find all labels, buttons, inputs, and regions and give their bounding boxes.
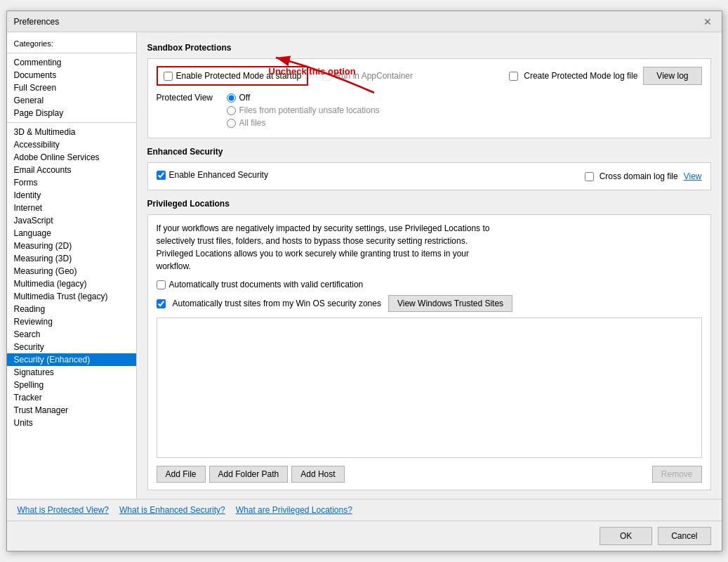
protected-view-link[interactable]: What is Protected View?	[18, 505, 110, 515]
sidebar-divider-2	[7, 122, 136, 123]
main-content: Sandbox Protections Enable Protected Mod…	[137, 32, 722, 499]
add-folder-button[interactable]: Add Folder Path	[209, 466, 289, 483]
sidebar-item-multimediatrust[interactable]: Multimedia Trust (legacy)	[7, 290, 136, 303]
cross-domain-row: Cross domain log file View	[585, 171, 702, 181]
sidebar-item-general[interactable]: General	[7, 94, 136, 107]
sidebar: Categories: Commenting Documents Full Sc…	[7, 32, 137, 499]
protected-view-all-radio[interactable]	[227, 119, 236, 128]
view-trusted-sites-button[interactable]: View Windows Trusted Sites	[388, 295, 512, 312]
enhanced-row: Enable Enhanced Security Cross domain lo…	[157, 170, 702, 183]
auto-trust-certs-checkbox[interactable]	[157, 280, 166, 289]
sidebar-item-search[interactable]: Search	[7, 328, 136, 341]
uncheck-annotation: Uncheck this option	[269, 66, 356, 77]
remove-button[interactable]: Remove	[652, 466, 702, 483]
protected-view-unsafe-radio[interactable]	[227, 106, 236, 115]
view-enhanced-button[interactable]: View	[684, 171, 702, 181]
sidebar-item-fullscreen[interactable]: Full Screen	[7, 81, 136, 94]
dialog-title: Preferences	[14, 17, 60, 27]
auto-trust-certs-row: Automatically trust documents with valid…	[157, 280, 702, 289]
add-buttons-row: Add File Add Folder Path Add Host Remove	[157, 466, 702, 483]
sidebar-item-security[interactable]: Security	[7, 341, 136, 353]
sidebar-item-commenting[interactable]: Commenting	[7, 56, 136, 69]
sidebar-item-spelling[interactable]: Spelling	[7, 379, 136, 391]
protected-view-unsafe-label[interactable]: Files from potentially unsafe locations	[239, 105, 380, 115]
sidebar-item-forms[interactable]: Forms	[7, 176, 136, 189]
sidebar-item-emailaccounts[interactable]: Email Accounts	[7, 164, 136, 176]
sidebar-item-pagedisplay[interactable]: Page Display	[7, 107, 136, 119]
auto-trust-sites-label[interactable]: Automatically trust sites from my Win OS…	[173, 299, 381, 308]
protected-view-section: Protected View Off Files from potentiall…	[157, 93, 702, 131]
auto-trust-certs-label[interactable]: Automatically trust documents with valid…	[169, 280, 364, 289]
sidebar-item-reviewing[interactable]: Reviewing	[7, 315, 136, 328]
privileged-title: Privileged Locations	[147, 199, 711, 209]
privileged-box: If your workflows are negatively impacte…	[147, 214, 711, 490]
log-controls: Create Protected Mode log file View log	[509, 67, 701, 85]
sidebar-item-units[interactable]: Units	[7, 417, 136, 429]
sidebar-item-javascript[interactable]: JavaScript	[7, 214, 136, 227]
create-log-label: Create Protected Mode log file	[524, 71, 637, 81]
enable-enhanced-checkbox[interactable]	[157, 171, 166, 180]
sidebar-item-measuring2d[interactable]: Measuring (2D)	[7, 240, 136, 252]
sidebar-item-measuring3d[interactable]: Measuring (3D)	[7, 252, 136, 265]
cancel-button[interactable]: Cancel	[658, 527, 710, 545]
locations-textarea[interactable]	[157, 318, 702, 458]
sidebar-item-multimedialegacy[interactable]: Multimedia (legacy)	[7, 277, 136, 290]
privileged-description: If your workflows are negatively impacte…	[157, 222, 702, 273]
protected-view-label: Protected View	[157, 93, 220, 103]
preferences-dialog: Preferences ✕ Categories: Commenting Doc…	[6, 11, 722, 551]
close-button[interactable]: ✕	[701, 15, 715, 29]
sidebar-item-identity[interactable]: Identity	[7, 189, 136, 202]
sidebar-item-security-enhanced[interactable]: Security (Enhanced)	[7, 353, 136, 366]
ok-button[interactable]: OK	[600, 527, 652, 545]
protected-view-off-label[interactable]: Off	[239, 93, 251, 103]
protected-view-options: Off Files from potentially unsafe locati…	[227, 93, 380, 131]
sidebar-item-trustmanager[interactable]: Trust Manager	[7, 404, 136, 417]
sidebar-item-reading[interactable]: Reading	[7, 303, 136, 315]
view-log-button[interactable]: View log	[643, 67, 701, 85]
sandbox-section: Sandbox Protections Enable Protected Mod…	[147, 43, 711, 138]
sidebar-item-adobeonline[interactable]: Adobe Online Services	[7, 151, 136, 164]
sidebar-item-signatures[interactable]: Signatures	[7, 366, 136, 379]
sidebar-header: Categories:	[7, 36, 136, 50]
sidebar-item-language[interactable]: Language	[7, 227, 136, 240]
privileged-section: Privileged Locations If your workflows a…	[147, 199, 711, 490]
enable-protected-mode-checkbox[interactable]	[164, 72, 173, 81]
auto-trust-sites-checkbox[interactable]	[157, 299, 166, 308]
dialog-body: Categories: Commenting Documents Full Sc…	[7, 32, 722, 499]
trusted-sites-row: Automatically trust sites from my Win OS…	[157, 295, 702, 312]
sandbox-title: Sandbox Protections	[147, 43, 711, 53]
sidebar-item-documents[interactable]: Documents	[7, 69, 136, 81]
add-file-button[interactable]: Add File	[157, 466, 206, 483]
sidebar-item-accessibility[interactable]: Accessibility	[7, 138, 136, 151]
add-host-button[interactable]: Add Host	[291, 466, 344, 483]
title-bar: Preferences ✕	[7, 11, 722, 32]
sidebar-item-tracker[interactable]: Tracker	[7, 391, 136, 404]
create-log-checkbox[interactable]	[509, 72, 518, 81]
enhanced-box: Enable Enhanced Security Cross domain lo…	[147, 162, 711, 190]
protected-view-off-radio[interactable]	[227, 93, 236, 103]
cross-domain-checkbox[interactable]	[585, 172, 594, 181]
sidebar-divider-top	[7, 53, 136, 53]
sidebar-item-internet[interactable]: Internet	[7, 202, 136, 214]
sidebar-item-measuringgeo[interactable]: Measuring (Geo)	[7, 265, 136, 277]
sandbox-box: Enable Protected Mode at startup Run in …	[147, 58, 711, 138]
cross-domain-label: Cross domain log file	[600, 171, 678, 181]
protected-view-all-label[interactable]: All files	[239, 118, 266, 128]
enhanced-security-checkbox-row: Enable Enhanced Security	[157, 170, 268, 180]
enhanced-title: Enhanced Security	[147, 147, 711, 157]
enable-enhanced-label[interactable]: Enable Enhanced Security	[169, 170, 268, 180]
privileged-locations-link[interactable]: What are Privileged Locations?	[236, 505, 352, 515]
footer-links: What is Protected View? What is Enhanced…	[7, 499, 722, 521]
sidebar-item-3dmultimedia[interactable]: 3D & Multimedia	[7, 126, 136, 138]
enhanced-section: Enhanced Security Enable Enhanced Securi…	[147, 147, 711, 190]
enhanced-security-link[interactable]: What is Enhanced Security?	[119, 505, 225, 515]
dialog-footer: OK Cancel	[7, 521, 722, 551]
